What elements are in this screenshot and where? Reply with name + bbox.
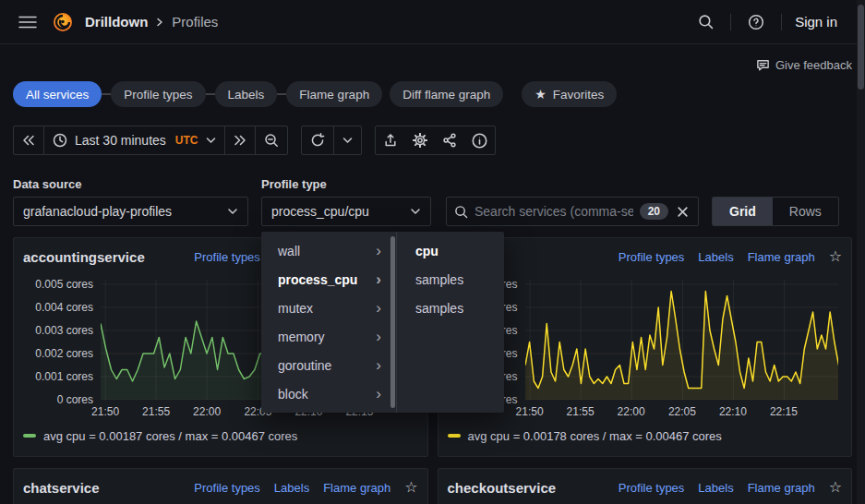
legend-marker bbox=[448, 434, 461, 438]
profile-types-link[interactable]: Profile types bbox=[194, 250, 260, 264]
layout-toggle: Grid Rows bbox=[712, 197, 839, 226]
favorite-star-icon[interactable]: ☆ bbox=[404, 480, 417, 495]
help-button[interactable] bbox=[744, 10, 768, 34]
plot-area bbox=[525, 280, 839, 400]
refresh-button[interactable] bbox=[302, 126, 333, 154]
tab-favorites[interactable]: ★ Favorites bbox=[522, 81, 617, 107]
explore-tabs: All services Profile types Labels Flame … bbox=[13, 81, 852, 107]
profile-types-link[interactable]: Profile types bbox=[619, 481, 685, 495]
zoom-out-icon bbox=[264, 133, 279, 148]
chevron-down-icon bbox=[227, 208, 238, 215]
refresh-interval-button[interactable] bbox=[333, 126, 361, 154]
time-toolbar: Last 30 minutes UTC bbox=[13, 126, 852, 155]
breadcrumb-app-link[interactable]: Drilldown bbox=[85, 14, 148, 30]
results-count-badge: 20 bbox=[640, 203, 668, 220]
profile-types-link[interactable]: Profile types bbox=[619, 250, 685, 264]
time-shift-back-button[interactable] bbox=[14, 126, 43, 154]
gear-icon bbox=[413, 133, 427, 148]
breadcrumb: Drilldown Profiles bbox=[85, 14, 218, 30]
cpu-time-series-chart[interactable]: 0.005 cores0.004 cores0.003 cores0.002 c… bbox=[448, 276, 843, 420]
search-button[interactable] bbox=[694, 10, 717, 33]
divider bbox=[781, 14, 782, 30]
menu-item-wall[interactable]: wall› bbox=[261, 236, 390, 265]
legend-marker bbox=[23, 434, 36, 438]
help-icon bbox=[748, 14, 764, 30]
labels-link[interactable]: Labels bbox=[698, 481, 733, 495]
profile-type-label: Profile type bbox=[261, 177, 431, 191]
tab-profile-types[interactable]: Profile types bbox=[111, 81, 205, 107]
scrollbar-thumb[interactable] bbox=[858, 5, 864, 90]
submenu-item-samples-1[interactable]: samples bbox=[397, 265, 504, 294]
info-button[interactable] bbox=[464, 126, 495, 154]
clear-search-button[interactable] bbox=[675, 204, 691, 220]
datasource-value: grafanacloud-play-profiles bbox=[23, 204, 227, 219]
grafana-logo-icon[interactable] bbox=[52, 11, 74, 33]
menu-item-process-cpu[interactable]: process_cpu› bbox=[261, 265, 390, 294]
chevron-right-icon: › bbox=[376, 300, 381, 316]
datasource-label: Data source bbox=[13, 177, 248, 191]
divider bbox=[730, 14, 731, 30]
menu-toggle-button[interactable] bbox=[15, 11, 41, 33]
tab-connector bbox=[206, 93, 215, 95]
services-search-input[interactable] bbox=[475, 204, 633, 219]
panel-title: chatservice bbox=[23, 480, 100, 496]
legend-text[interactable]: avg cpu = 0.00187 cores / max = 0.00467 … bbox=[43, 429, 297, 443]
tab-diff-flame-graph[interactable]: Diff flame graph bbox=[390, 81, 503, 107]
layout-grid-button[interactable]: Grid bbox=[713, 198, 773, 225]
service-panel-chatservice: chatservice Profile types Labels Flame g… bbox=[13, 468, 428, 504]
refresh-group bbox=[301, 126, 362, 155]
share-icon bbox=[442, 133, 457, 148]
service-panel-checkoutservice: checkoutservice Profile types Labels Fla… bbox=[438, 468, 853, 504]
flame-graph-link[interactable]: Flame graph bbox=[748, 481, 815, 495]
profile-type-value: process_cpu/cpu bbox=[271, 204, 410, 219]
menu-item-mutex[interactable]: mutex› bbox=[261, 294, 390, 322]
menu-scrollbar[interactable] bbox=[390, 236, 395, 408]
settings-button[interactable] bbox=[405, 126, 435, 154]
layout-rows-button[interactable]: Rows bbox=[773, 198, 838, 225]
datasource-select[interactable]: grafanacloud-play-profiles bbox=[13, 197, 248, 226]
time-range-group: Last 30 minutes UTC bbox=[13, 126, 288, 155]
legend-text[interactable]: avg cpu = 0.00178 cores / max = 0.00467 … bbox=[468, 429, 722, 443]
give-feedback-link[interactable]: Give feedback bbox=[756, 58, 852, 72]
flame-graph-link[interactable]: Flame graph bbox=[323, 481, 390, 495]
submenu-item-samples-2[interactable]: samples bbox=[397, 294, 504, 322]
zoom-out-time-button[interactable] bbox=[255, 126, 287, 154]
profile-type-menu: wall› process_cpu› mutex› memory› gorout… bbox=[261, 232, 504, 413]
time-range-picker-button[interactable]: Last 30 minutes UTC bbox=[43, 126, 224, 154]
submenu-item-cpu[interactable]: cpu bbox=[397, 236, 504, 265]
tab-flame-graph[interactable]: Flame graph bbox=[286, 81, 382, 107]
star-icon: ★ bbox=[535, 87, 547, 102]
refresh-icon bbox=[310, 133, 325, 148]
menu-item-goroutine[interactable]: goroutine› bbox=[261, 351, 390, 379]
hamburger-icon bbox=[18, 15, 37, 30]
page-scrollbar[interactable] bbox=[857, 0, 865, 504]
menu-item-block[interactable]: block› bbox=[261, 379, 390, 408]
chevron-right-icon: › bbox=[376, 271, 381, 287]
profile-types-link[interactable]: Profile types bbox=[194, 481, 260, 495]
menu-item-memory[interactable]: memory› bbox=[261, 322, 390, 351]
time-range-label: Last 30 minutes bbox=[75, 133, 166, 148]
tab-connector bbox=[102, 93, 111, 95]
export-button[interactable] bbox=[376, 126, 405, 154]
chevron-right-icon: › bbox=[376, 357, 381, 373]
chevron-right-icon: › bbox=[376, 243, 381, 258]
labels-link[interactable]: Labels bbox=[274, 481, 309, 495]
favorite-star-icon[interactable]: ☆ bbox=[829, 249, 842, 264]
share-button[interactable] bbox=[435, 126, 464, 154]
sign-in-link[interactable]: Sign in bbox=[795, 14, 837, 30]
profile-type-submenu: cpu samples samples bbox=[396, 232, 504, 413]
export-icon bbox=[383, 133, 398, 148]
favorite-star-icon[interactable]: ☆ bbox=[829, 480, 842, 495]
profile-type-select[interactable]: process_cpu/cpu bbox=[261, 197, 431, 226]
tab-all-services[interactable]: All services bbox=[13, 81, 102, 107]
double-chevron-left-icon bbox=[22, 135, 35, 146]
search-icon bbox=[698, 14, 714, 30]
comment-icon bbox=[756, 58, 770, 72]
labels-link[interactable]: Labels bbox=[698, 250, 733, 264]
top-nav: Drilldown Profiles Sign in bbox=[0, 0, 865, 44]
y-axis-labels: 0.005 cores0.004 cores0.003 cores0.002 c… bbox=[23, 280, 93, 400]
time-shift-forward-button[interactable] bbox=[224, 126, 255, 154]
tab-labels[interactable]: Labels bbox=[215, 81, 278, 107]
chevron-right-icon: › bbox=[376, 329, 381, 344]
flame-graph-link[interactable]: Flame graph bbox=[748, 250, 815, 264]
